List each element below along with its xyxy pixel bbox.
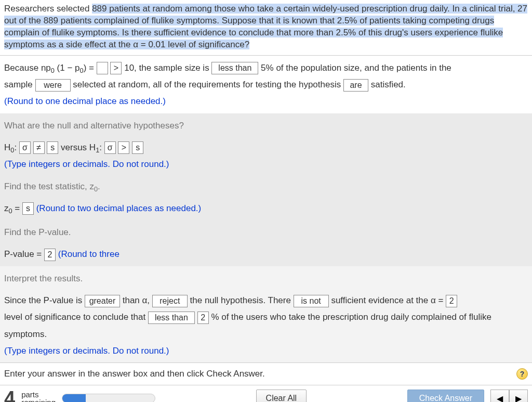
alpha-input[interactable]: 2 <box>446 295 457 307</box>
round-note-1: (Round to one decimal place as needed.) <box>4 96 166 106</box>
parts-label: parts remaining <box>21 391 56 402</box>
h0-param-select[interactable]: σ <box>19 141 31 154</box>
h1-value-input[interactable]: s <box>132 141 143 154</box>
pvalue-input[interactable]: 2 <box>44 249 56 261</box>
hypotheses-title: What are the null and alternative hypoth… <box>4 118 528 134</box>
pvalue-block: Find the P-value. P-value = 2 (Round to … <box>0 220 532 266</box>
hyp-note: (Type integers or decimals. Do not round… <box>4 156 528 173</box>
h1-param-select[interactable]: σ <box>104 141 116 154</box>
h1-op-select[interactable]: > <box>118 141 129 154</box>
interp-note: (Type integers or decimals. Do not round… <box>4 343 528 359</box>
next-button[interactable]: ▶ <box>509 390 528 402</box>
z0-input[interactable]: s <box>22 202 34 215</box>
h0-op-select[interactable]: ≠ <box>33 141 45 154</box>
requirements-line: Because np0 (1 − p0) = > 10, the sample … <box>0 56 532 113</box>
footer: 4 parts remaining Clear All Check Answer… <box>0 385 532 402</box>
percent-input[interactable]: 2 <box>197 312 209 324</box>
hypotheses-block: What are the null and alternative hypoth… <box>0 113 532 174</box>
parts-count: 4 <box>4 390 15 402</box>
help-icon[interactable]: ? <box>516 368 528 380</box>
question-text: Researchers selected 889 patients at ran… <box>0 0 532 56</box>
progress-bar <box>62 394 155 402</box>
entry-row: Enter your answer in the answer box and … <box>0 362 532 385</box>
entry-text: Enter your answer in the answer box and … <box>4 369 265 379</box>
pvalue-note: (Round to three <box>58 249 119 259</box>
reject-select[interactable]: reject <box>152 295 188 307</box>
check-answer-button[interactable]: Check Answer <box>407 390 484 402</box>
interpret-block: Interpret the results. Since the P-value… <box>0 266 532 362</box>
np-value-input[interactable] <box>97 62 108 74</box>
sample-size-select[interactable]: less than <box>211 62 258 74</box>
compare-10-select[interactable]: > <box>110 62 122 74</box>
test-stat-block: Find the test statistic, z0. z0 = s (Rou… <box>0 174 532 221</box>
were-select[interactable]: were <box>35 79 71 92</box>
clear-all-button[interactable]: Clear All <box>256 390 307 402</box>
are-select[interactable]: are <box>343 79 368 92</box>
isnot-select[interactable]: is not <box>294 295 329 307</box>
z0-note: (Round to two decimal places as needed.) <box>36 203 202 213</box>
h0-value-input[interactable]: s <box>47 141 58 154</box>
pvalue-compare-select[interactable]: greater <box>85 295 120 307</box>
conclusion-select[interactable]: less than <box>148 312 195 324</box>
prev-button[interactable]: ◀ <box>490 390 509 402</box>
